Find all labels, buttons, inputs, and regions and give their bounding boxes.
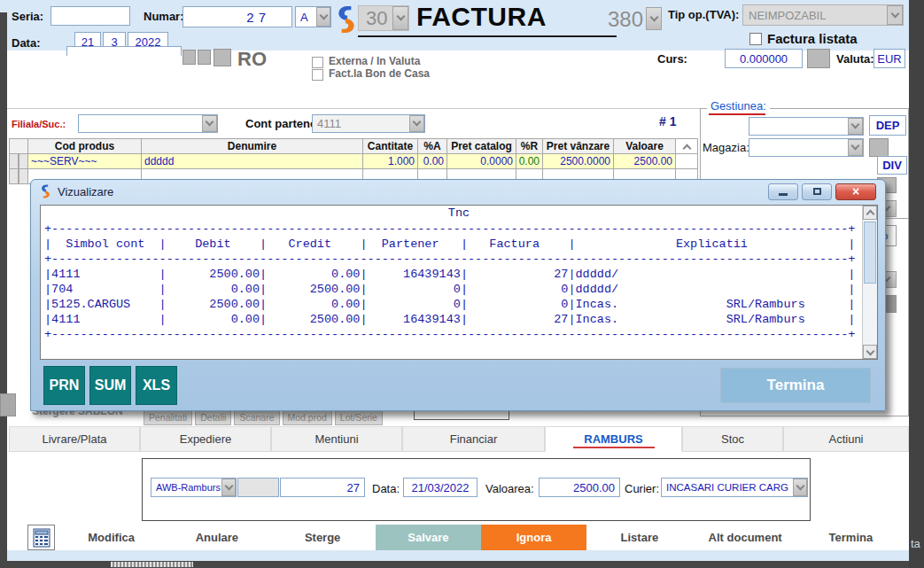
left-edge-widget[interactable]	[0, 393, 16, 416]
tab-financiar[interactable]: Financiar	[402, 426, 545, 452]
awb-number-input[interactable]: 27	[280, 478, 365, 497]
column-header[interactable]: %A	[418, 138, 447, 154]
alt-document-button[interactable]: Alt document	[693, 525, 798, 550]
horizontal-scrollbar-thumb[interactable]	[111, 562, 193, 567]
scroll-down-icon[interactable]	[863, 345, 877, 359]
xls-button[interactable]: XLS	[136, 366, 177, 405]
row-selector[interactable]	[9, 154, 19, 169]
termina-button[interactable]: Termina	[798, 525, 904, 550]
magazia-button[interactable]	[869, 138, 889, 157]
scroll-up-icon[interactable]	[863, 206, 877, 220]
column-header[interactable]: Pret vânzare	[543, 138, 614, 154]
seria-input[interactable]	[50, 6, 130, 26]
doc-code-right: 380	[608, 7, 643, 32]
cell[interactable]: 1.000	[363, 154, 418, 169]
tab-ramburs[interactable]: RAMBURS	[545, 426, 682, 452]
prn-button[interactable]: PRN	[43, 366, 85, 405]
valoarea-input[interactable]: 2500.00	[539, 478, 620, 497]
chevron-down-icon[interactable]	[202, 115, 217, 132]
column-header[interactable]: Pret catalog	[447, 138, 516, 154]
series-letter-combo[interactable]: A	[295, 6, 331, 27]
page-title: FACTURA	[416, 2, 547, 32]
cell[interactable]: 2500.00	[614, 154, 676, 169]
tva-combo[interactable]: NEIMPOZABIL	[742, 4, 904, 26]
magazia-combo[interactable]	[749, 138, 864, 157]
row-selector[interactable]	[9, 169, 19, 184]
series-letter-value: A	[296, 7, 316, 27]
valuta-input[interactable]: EUR	[874, 49, 905, 68]
small-button[interactable]	[198, 50, 211, 65]
anulare-button[interactable]: Anulare	[164, 525, 269, 550]
chevron-down-icon[interactable]	[848, 118, 863, 135]
cell[interactable]: 0.00	[418, 154, 447, 169]
cell[interactable]: 2500.0000	[543, 154, 614, 169]
sterge-button[interactable]: Sterge	[270, 525, 376, 550]
partner-field-clipped[interactable]	[66, 46, 182, 56]
salvare-button[interactable]: Salvare	[376, 525, 481, 550]
modifica-button[interactable]: Modifica	[58, 525, 164, 550]
chevron-down-icon[interactable]	[793, 479, 807, 496]
close-button[interactable]: ×	[835, 183, 876, 200]
maximize-button[interactable]	[802, 183, 832, 200]
chevron-down-icon[interactable]	[409, 115, 424, 132]
tab-actiuni[interactable]: Actiuni	[783, 426, 909, 452]
filiala-combo[interactable]	[78, 114, 218, 133]
doc-code-value: 30	[359, 6, 392, 30]
vizualizare-dialog: Vizualizare × Tnc +---------------------…	[30, 179, 886, 411]
tab-livrare-plata[interactable]: Livrare/Plata	[9, 426, 140, 452]
chevron-down-icon[interactable]	[887, 5, 903, 25]
column-header[interactable]: Cod produs	[28, 138, 142, 154]
scrollbar-thumb[interactable]	[864, 222, 876, 284]
scroll-track-cell[interactable]	[676, 154, 698, 169]
cont-partener-combo[interactable]: 4111	[312, 114, 425, 133]
div-button[interactable]: DIV	[877, 156, 907, 175]
chevron-down-icon[interactable]	[646, 7, 662, 30]
tab-expediere[interactable]: Expediere	[140, 426, 271, 452]
gestiune-combo[interactable]	[749, 117, 864, 136]
listare-button[interactable]: Listare	[586, 525, 692, 550]
column-header[interactable]: %R	[516, 138, 543, 154]
column-header[interactable]: Cantitate	[363, 138, 418, 154]
row-selector[interactable]	[19, 154, 28, 169]
column-header[interactable]: Valoare	[614, 138, 676, 154]
curier-combo[interactable]: INCASARI CURIER CARG	[661, 478, 808, 497]
products-table: Cod produsDenumireCantitate%APret catalo…	[9, 138, 698, 184]
small-button[interactable]	[182, 50, 196, 65]
calculator-button[interactable]	[27, 525, 55, 550]
column-header[interactable]: Denumire	[142, 138, 363, 154]
chevron-down-icon[interactable]	[221, 479, 236, 496]
row-selector[interactable]	[19, 169, 28, 184]
chevron-down-icon[interactable]	[316, 7, 330, 27]
ramburs-date-input[interactable]: 21/03/2022	[403, 478, 478, 497]
dep-button[interactable]: DEP	[869, 115, 906, 136]
dialog-scrollbar[interactable]	[862, 206, 877, 359]
ignora-button[interactable]: Ignora	[481, 525, 586, 550]
table-row[interactable]: ~~~SERV~~~ddddd1.0000.000.00000.002500.0…	[9, 154, 698, 169]
cell[interactable]: ddddd	[142, 154, 363, 169]
bon-checkbox[interactable]	[312, 69, 323, 81]
doc-code-combo[interactable]: 30	[358, 5, 409, 31]
sum-button[interactable]: SUM	[89, 366, 131, 405]
curs-input[interactable]: 0.000000	[725, 49, 803, 68]
small-button[interactable]	[214, 49, 231, 66]
dialog-titlebar[interactable]: Vizualizare ×	[31, 180, 885, 203]
cell[interactable]: 0.00	[516, 154, 543, 169]
awb-combo[interactable]: AWB-Ramburs	[151, 478, 237, 497]
termina-dialog-button[interactable]: Termina	[720, 368, 871, 403]
awb-empty-input[interactable]	[237, 478, 279, 497]
curs-button[interactable]	[807, 49, 830, 68]
tab-stoc[interactable]: Stoc	[682, 426, 783, 452]
chevron-down-icon[interactable]	[392, 6, 408, 30]
chevron-down-icon[interactable]	[848, 139, 863, 156]
scroll-up-cell[interactable]	[676, 138, 698, 154]
minimize-button[interactable]	[768, 183, 798, 200]
tab-mentiuni[interactable]: Mentiuni	[271, 426, 402, 452]
cell[interactable]: 0.0000	[447, 154, 516, 169]
externa-label: Externa / In Valuta	[329, 55, 420, 67]
cell[interactable]: ~~~SERV~~~	[28, 154, 142, 169]
document-name: Tnc	[41, 206, 877, 222]
row-count-badge: # 1	[659, 114, 676, 128]
externa-checkbox[interactable]	[312, 57, 323, 68]
factura-listata-checkbox[interactable]	[749, 33, 762, 45]
numar-input[interactable]: 27	[182, 6, 292, 27]
